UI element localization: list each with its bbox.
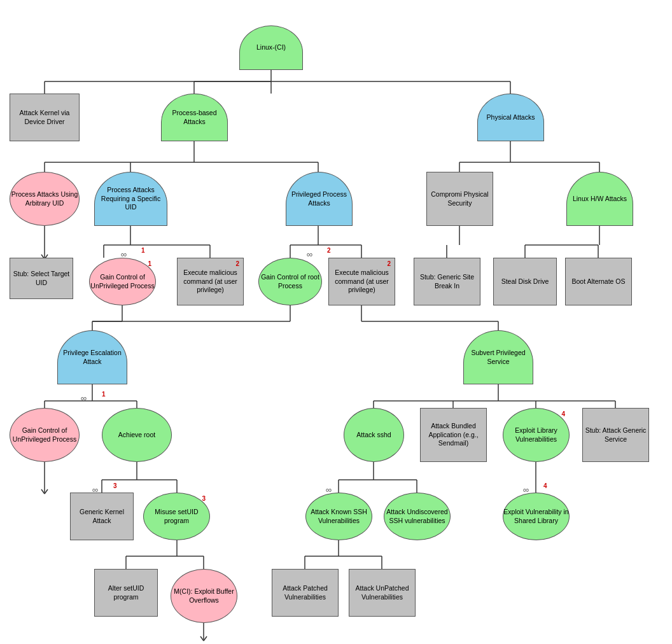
node-exploit-buffer: M(CI): Exploit Buffer Overflows: [171, 569, 237, 623]
node-misuse-setuid-label: Misuse setUID program: [144, 508, 209, 525]
node-compromise-physical: Compromi Physical Security: [426, 172, 493, 226]
node-process-spec-uid: Process Attacks Requiring a Specific UID: [94, 172, 167, 226]
node-attack-bundled-label: Attack Bundled Application (e.g., Sendma…: [421, 422, 486, 448]
node-exploit-library: Exploit Library Vulnerabilities 4: [503, 408, 570, 462]
node-process-based: Process-based Attacks: [161, 94, 228, 141]
node-linux-ci-label: Linux-(CI): [256, 43, 286, 52]
node-physical-attacks: Physical Attacks: [477, 94, 544, 141]
node-attack-known-ssh-label: Attack Known SSH Vulnerabilities: [306, 508, 372, 525]
node-steal-disk: Steal Disk Drive: [493, 258, 557, 305]
node-execute-malicious1: Execute malicious command (at user privi…: [177, 258, 244, 305]
node-attack-patched-label: Attack Patched Vulnerabilities: [272, 584, 338, 601]
node-alter-setuid-label: Alter setUID program: [95, 584, 157, 601]
node-attack-sshd: Attack sshd: [344, 408, 404, 462]
node-linux-hw-label: Linux H/W Attacks: [573, 195, 627, 204]
node-attack-bundled: Attack Bundled Application (e.g., Sendma…: [420, 408, 487, 462]
node-stub-generic-site-label: Stub: Generic Site Break In: [414, 273, 480, 290]
connector-lines: [0, 0, 672, 644]
node-attack-known-ssh: Attack Known SSH Vulnerabilities: [305, 493, 372, 540]
badge-5a: 4: [543, 482, 547, 489]
node-process-based-label: Process-based Attacks: [162, 109, 227, 126]
node-gain-control-unpriv: 1 Gain Control of UnPrivileged Process: [89, 258, 156, 305]
svg-line-73: [204, 636, 207, 641]
node-compromise-physical-label: Compromi Physical Security: [427, 190, 493, 207]
node-attack-unpatched: Attack UnPatched Vulnerabilities: [349, 569, 416, 617]
node-physical-attacks-label: Physical Attacks: [487, 113, 535, 122]
and-gate-symbol-2: ∞: [307, 249, 312, 259]
badge-3: 3: [202, 494, 206, 503]
node-generic-kernel-label: Generic Kernel Attack: [71, 508, 133, 525]
node-generic-kernel: Generic Kernel Attack: [70, 493, 134, 540]
node-gain-control-root: Gain Control of root Process: [258, 258, 322, 305]
node-gain-control-unpriv-label: Gain Control of UnPrivileged Process: [90, 273, 155, 290]
node-gain-control-unpriv2: Gain Control of UnPrivileged Process: [10, 408, 80, 462]
node-linux-ci: Linux-(CI): [239, 25, 303, 70]
node-exploit-vuln-shared: Exploit Vulnerability in Shared Library: [503, 493, 570, 540]
node-exploit-library-label: Exploit Library Vulnerabilities: [503, 426, 569, 444]
badge-3a: 1: [102, 391, 106, 398]
node-stub-attack-generic: Stub: Attack Generic Service: [582, 408, 649, 462]
node-attack-kernel: Attack Kernel via Device Driver: [10, 94, 80, 141]
badge-num-2a: 2: [235, 260, 239, 268]
node-gain-control-unpriv2-label: Gain Control of UnPrivileged Process: [10, 426, 79, 444]
node-linux-hw: Linux H/W Attacks: [566, 172, 633, 226]
node-stub-select-uid: Stub: Select Target UID: [10, 258, 73, 299]
node-process-arb-uid: Process Attacks Using Arbitrary UID: [10, 172, 80, 226]
node-boot-alternate-label: Boot Alternate OS: [571, 277, 625, 286]
node-achieve-root: Achieve root: [102, 408, 172, 462]
node-stub-attack-generic-label: Stub: Attack Generic Service: [583, 426, 648, 444]
node-execute-malicious2-label: Execute malicious command (at user privi…: [329, 269, 395, 295]
node-execute-malicious2: Execute malicious command (at user privi…: [328, 258, 395, 305]
node-priv-escalation: Privilege Escalation Attack: [57, 330, 127, 384]
node-gain-control-root-label: Gain Control of root Process: [259, 273, 321, 290]
node-process-arb-uid-label: Process Attacks Using Arbitrary UID: [10, 190, 79, 207]
node-priv-escalation-label: Privilege Escalation Attack: [58, 349, 127, 366]
node-subvert-privileged-label: Subvert Privileged Service: [464, 349, 533, 366]
badge-num-1: 1: [148, 260, 151, 268]
node-attack-patched: Attack Patched Vulnerabilities: [272, 569, 339, 617]
node-attack-kernel-label: Attack Kernel via Device Driver: [10, 109, 79, 126]
node-steal-disk-label: Steal Disk Drive: [501, 277, 549, 286]
badge-2a: 2: [327, 247, 331, 254]
node-boot-alternate: Boot Alternate OS: [565, 258, 632, 305]
svg-line-53: [45, 489, 48, 494]
node-attack-undiscovered-ssh: Attack Undiscovered SSH vulnerabilities: [384, 493, 451, 540]
node-stub-select-uid-label: Stub: Select Target UID: [10, 270, 73, 287]
node-misuse-setuid: Misuse setUID program 3: [143, 493, 210, 540]
node-process-spec-uid-label: Process Attacks Requiring a Specific UID: [95, 186, 167, 212]
node-attack-sshd-label: Attack sshd: [356, 431, 391, 440]
node-exploit-buffer-label: M(CI): Exploit Buffer Overflows: [171, 587, 237, 605]
badge-1a: 1: [141, 247, 145, 254]
svg-line-52: [41, 489, 45, 494]
node-alter-setuid: Alter setUID program: [94, 569, 158, 617]
svg-line-72: [200, 636, 204, 641]
node-privileged-process-label: Privileged Process Attacks: [286, 190, 352, 207]
node-stub-generic-site: Stub: Generic Site Break In: [414, 258, 480, 305]
node-attack-unpatched-label: Attack UnPatched Vulnerabilities: [349, 584, 415, 601]
node-privileged-process: Privileged Process Attacks: [286, 172, 353, 226]
and-gate-symbol-3: ∞: [81, 393, 87, 403]
badge-4a: 3: [113, 482, 117, 489]
node-exploit-vuln-shared-label: Exploit Vulnerability in Shared Library: [503, 508, 569, 525]
badge-4: 4: [561, 410, 565, 418]
node-subvert-privileged: Subvert Privileged Service: [463, 330, 533, 384]
node-achieve-root-label: Achieve root: [118, 431, 155, 440]
node-attack-undiscovered-ssh-label: Attack Undiscovered SSH vulnerabilities: [384, 508, 450, 525]
attack-tree-diagram: ∞ 1 ∞ 2 ∞ 1 ∞ 3 ∞ 4 ∞ Linux-(CI) Attack …: [0, 0, 672, 644]
node-execute-malicious1-label: Execute malicious command (at user privi…: [178, 269, 243, 295]
badge-num-2b: 2: [387, 260, 391, 268]
